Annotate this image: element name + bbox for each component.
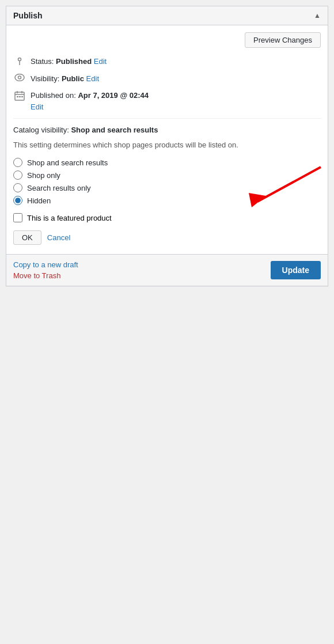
radio-list: Shop and search results Shop only Search… [13, 158, 321, 205]
radio-shop-only[interactable] [13, 171, 22, 180]
move-to-trash-link[interactable]: Move to Trash [13, 271, 78, 280]
radio-item-search-only: Search results only [13, 183, 321, 192]
publish-body: Preview Changes Status: Published Edit [6, 25, 328, 254]
svg-rect-10 [21, 96, 23, 97]
radio-label-shop-only: Shop only [27, 171, 60, 180]
divider-1 [13, 118, 321, 119]
visibility-text: Visibility: Public Edit [31, 73, 99, 85]
visibility-row: Visibility: Public Edit [13, 73, 321, 85]
status-row: Status: Published Edit [13, 56, 321, 67]
published-on-row: Published on: Apr 7, 2019 @ 02:44 Edit [13, 90, 321, 112]
radio-shop-search[interactable] [13, 158, 22, 167]
preview-btn-row: Preview Changes [13, 32, 321, 48]
ok-cancel-row: OK Cancel [13, 230, 321, 245]
footer-links: Copy to a new draft Move to Trash [13, 260, 78, 280]
publish-footer: Copy to a new draft Move to Trash Update [6, 254, 328, 286]
radio-hidden[interactable] [13, 196, 22, 205]
calendar-icon [13, 90, 26, 101]
publish-box: Publish ▲ Preview Changes Status: Publis… [6, 6, 328, 286]
publish-header: Publish ▲ [6, 6, 328, 25]
radio-label-shop-search: Shop and search results [27, 158, 108, 167]
cancel-link[interactable]: Cancel [47, 233, 70, 242]
featured-checkbox[interactable] [13, 213, 22, 222]
featured-label: This is a featured product [27, 214, 112, 222]
update-button[interactable]: Update [271, 261, 321, 279]
publish-title: Publish [13, 11, 43, 20]
featured-row: This is a featured product [13, 213, 321, 222]
svg-marker-12 [249, 193, 266, 207]
catalog-visibility-desc: This setting determines which shop pages… [13, 139, 321, 151]
status-edit-link[interactable]: Edit [94, 57, 107, 66]
radio-item-hidden: Hidden [13, 196, 321, 205]
radio-search-only[interactable] [13, 183, 22, 192]
radio-item-shop-only: Shop only [13, 171, 321, 180]
radio-label-hidden: Hidden [27, 196, 51, 205]
visibility-icon [13, 73, 26, 81]
copy-draft-link[interactable]: Copy to a new draft [13, 260, 78, 269]
svg-rect-8 [17, 96, 18, 97]
radio-label-search-only: Search results only [27, 184, 91, 192]
radio-item-shop-search: Shop and search results [13, 158, 321, 167]
svg-point-0 [18, 58, 21, 61]
ok-button[interactable]: OK [13, 230, 41, 245]
svg-rect-9 [19, 96, 21, 97]
svg-point-2 [15, 74, 24, 81]
preview-changes-button[interactable]: Preview Changes [245, 32, 321, 48]
collapse-icon[interactable]: ▲ [314, 12, 321, 20]
visibility-edit-link[interactable]: Edit [86, 74, 99, 83]
catalog-visibility-label: Catalog visibility: Shop and search resu… [13, 124, 321, 136]
status-icon [13, 56, 26, 66]
svg-point-3 [18, 76, 21, 79]
status-text: Status: Published Edit [31, 56, 107, 67]
published-on-text: Published on: Apr 7, 2019 @ 02:44 Edit [31, 90, 149, 112]
published-on-edit-link[interactable]: Edit [31, 103, 43, 111]
